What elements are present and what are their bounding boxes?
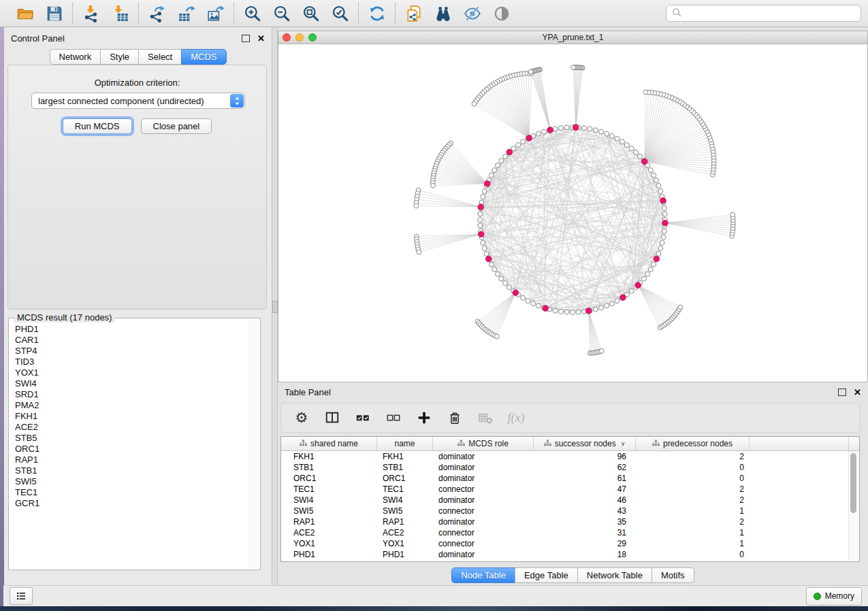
result-list-item[interactable]: STP4 [15, 346, 248, 357]
search-network-icon[interactable] [434, 4, 452, 22]
delete-entry-icon[interactable] [447, 410, 463, 426]
tab-style[interactable]: Style [100, 49, 139, 65]
table-tab-network-table[interactable]: Network Table [577, 567, 652, 583]
settings-icon[interactable]: ⚙ [293, 410, 310, 426]
zoom-fit-icon[interactable] [302, 4, 320, 22]
table-cell[interactable]: connector [433, 484, 534, 494]
column-header-successor-nodes[interactable]: successor nodes∨ [534, 437, 636, 450]
table-cell[interactable]: ACE2 [281, 528, 377, 538]
float-panel-icon[interactable] [242, 35, 250, 42]
zoom-selected-icon[interactable] [331, 4, 349, 22]
table-cell[interactable]: 61 [534, 474, 636, 483]
table-cell[interactable]: 2 [636, 484, 750, 494]
open-file-icon[interactable] [16, 4, 34, 22]
table-cell[interactable]: STB1 [377, 463, 433, 472]
table-cell[interactable]: connector [433, 528, 534, 538]
result-list-item[interactable]: CAR1 [15, 335, 248, 346]
table-cell[interactable]: RAP1 [377, 517, 433, 527]
refresh-view-icon[interactable] [368, 4, 386, 22]
result-list-item[interactable]: STB1 [15, 465, 248, 476]
table-cell[interactable]: 18 [534, 550, 636, 559]
table-row[interactable]: SWI5SWI5connector431 [281, 506, 859, 516]
table-tab-node-table[interactable]: Node Table [451, 567, 515, 583]
table-cell[interactable]: 2 [636, 452, 750, 461]
table-cell[interactable]: SWI5 [281, 506, 377, 516]
table-cell[interactable]: 43 [534, 506, 636, 516]
table-cell[interactable]: 35 [534, 517, 636, 527]
table-cell[interactable]: SWI4 [377, 495, 433, 505]
result-list-item[interactable]: RAP1 [15, 455, 248, 465]
table-cell[interactable]: FKH1 [377, 452, 433, 461]
memory-button[interactable]: Memory [806, 587, 862, 606]
table-cell[interactable]: SWI4 [281, 495, 377, 505]
table-cell[interactable]: dominator [433, 452, 534, 461]
column-header-name[interactable]: name [377, 437, 433, 450]
table-cell[interactable]: dominator [433, 463, 534, 472]
hide-selected-icon[interactable] [463, 4, 481, 22]
table-cell[interactable]: SWI5 [377, 506, 433, 516]
table-cell[interactable]: 96 [534, 452, 636, 461]
table-row[interactable]: SWI4SWI4dominator462 [281, 495, 859, 506]
window-zoom-icon[interactable] [308, 33, 317, 42]
result-list-item[interactable]: PMA2 [15, 400, 248, 411]
export-network-icon[interactable] [148, 4, 166, 22]
result-list-item[interactable]: ACE2 [15, 422, 248, 433]
close-panel-button[interactable]: Close panel [141, 118, 212, 134]
close-table-panel-icon[interactable]: ✕ [854, 388, 861, 397]
import-table-icon[interactable] [111, 4, 129, 22]
table-row[interactable]: YOX1YOX1connector291 [281, 538, 859, 549]
tab-network[interactable]: Network [49, 49, 101, 65]
add-entry-icon[interactable] [416, 410, 432, 426]
table-cell[interactable]: 46 [534, 495, 636, 505]
column-header-predecessor-nodes[interactable]: predecessor nodes [636, 437, 750, 450]
table-cell[interactable]: 1 [636, 528, 750, 538]
table-cell[interactable]: dominator [433, 474, 534, 483]
result-list-item[interactable]: FKH1 [15, 411, 248, 422]
export-image-icon[interactable] [206, 4, 225, 22]
network-graph[interactable] [278, 44, 867, 382]
zoom-out-icon[interactable] [272, 4, 291, 22]
table-cell[interactable]: ACE2 [377, 528, 433, 538]
result-list-item[interactable]: ORC1 [15, 444, 248, 455]
table-row[interactable]: STB1STB1dominator620 [281, 462, 859, 473]
table-row[interactable]: ORC1ORC1dominator610 [281, 473, 859, 484]
tab-mcds[interactable]: MCDS [181, 49, 226, 65]
table-cell[interactable]: FKH1 [281, 452, 377, 461]
zoom-in-icon[interactable] [243, 4, 261, 22]
table-cell[interactable]: TEC1 [377, 484, 433, 494]
result-list-item[interactable]: TEC1 [15, 487, 248, 498]
table-cell[interactable]: RAP1 [281, 517, 377, 527]
dropdown-stepper-icon[interactable] [230, 94, 244, 108]
result-list-scrollbar[interactable] [249, 320, 259, 568]
select-all-icon[interactable] [355, 410, 371, 426]
table-cell[interactable]: STB1 [281, 463, 377, 472]
table-cell[interactable]: dominator [433, 495, 534, 505]
window-minimize-icon[interactable] [295, 33, 304, 42]
export-table-icon[interactable] [177, 4, 195, 22]
table-cell[interactable]: ORC1 [281, 474, 377, 483]
table-cell[interactable]: 62 [534, 463, 636, 472]
criterion-dropdown[interactable]: largest connected component (undirected) [31, 93, 245, 109]
result-list-item[interactable]: SWI4 [15, 378, 248, 389]
table-cell[interactable]: PHD1 [281, 550, 377, 559]
table-cell[interactable]: 0 [636, 463, 750, 472]
result-list-item[interactable]: YOX1 [15, 367, 248, 378]
task-history-button[interactable] [10, 587, 33, 605]
column-header-spacer[interactable] [750, 437, 849, 450]
table-cell[interactable]: 31 [534, 528, 636, 538]
table-scrollbar-thumb[interactable] [850, 453, 856, 513]
import-network-icon[interactable] [82, 4, 100, 22]
table-cell[interactable]: PHD1 [377, 550, 433, 559]
network-window-titlebar[interactable]: YPA_prune.txt_1 [278, 31, 868, 44]
table-cell[interactable]: 2 [636, 495, 750, 505]
close-panel-icon[interactable]: ✕ [257, 34, 265, 43]
table-scrollbar[interactable] [848, 451, 858, 561]
table-tab-edge-table[interactable]: Edge Table [515, 567, 578, 583]
search-box[interactable] [666, 5, 861, 22]
table-row[interactable]: TEC1TEC1connector472 [281, 484, 859, 495]
table-cell[interactable]: 2 [636, 517, 750, 527]
column-header-mcds-role[interactable]: MCDS role [433, 437, 534, 450]
table-cell[interactable]: ORC1 [377, 474, 433, 483]
result-list-item[interactable]: TID3 [15, 357, 248, 367]
run-mcds-button[interactable]: Run MCDS [63, 118, 132, 134]
